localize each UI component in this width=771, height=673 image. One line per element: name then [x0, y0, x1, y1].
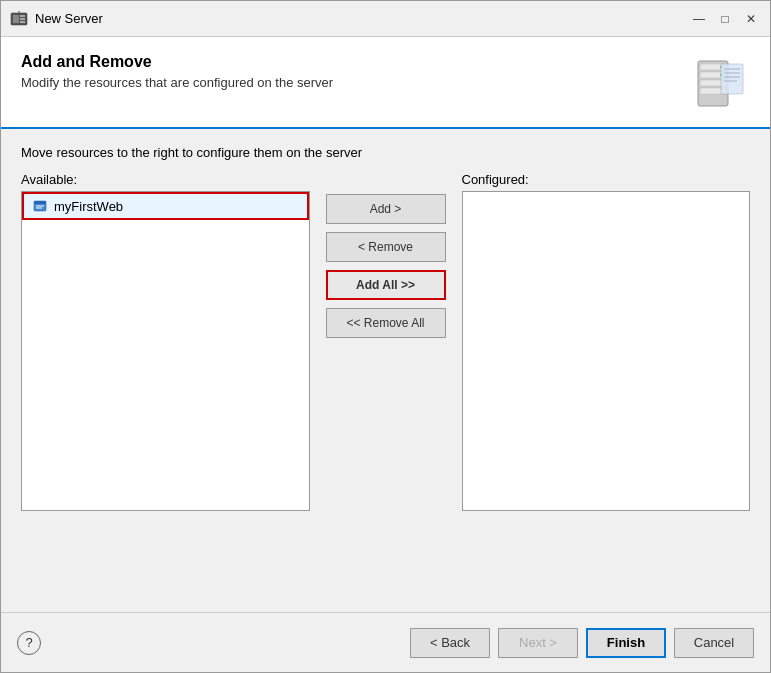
back-button[interactable]: < Back — [410, 628, 490, 658]
svg-point-5 — [18, 11, 20, 13]
header-subtitle: Modify the resources that are configured… — [21, 75, 690, 90]
remove-button[interactable]: < Remove — [326, 232, 446, 262]
available-panel: Available: myFirstWeb — [21, 172, 310, 511]
configured-panel: Configured: — [462, 172, 751, 511]
footer: ? < Back Next > Finish Cancel — [1, 612, 770, 672]
help-button[interactable]: ? — [17, 631, 41, 655]
svg-rect-1 — [13, 15, 19, 23]
cancel-button[interactable]: Cancel — [674, 628, 754, 658]
minimize-button[interactable]: — — [688, 8, 710, 30]
header-section: Add and Remove Modify the resources that… — [1, 37, 770, 129]
server-graphic-icon — [690, 53, 750, 113]
svg-rect-2 — [20, 15, 25, 17]
header-title: Add and Remove — [21, 53, 690, 71]
title-bar: New Server — □ ✕ — [1, 1, 770, 37]
footer-left: ? — [17, 631, 410, 655]
configured-list[interactable] — [462, 191, 751, 511]
finish-button[interactable]: Finish — [586, 628, 666, 658]
maximize-button[interactable]: □ — [714, 8, 736, 30]
available-list[interactable]: myFirstWeb — [21, 191, 310, 511]
add-button[interactable]: Add > — [326, 194, 446, 224]
available-item-myFirstWeb[interactable]: myFirstWeb — [22, 192, 309, 220]
dialog-icon — [9, 9, 29, 29]
next-button[interactable]: Next > — [498, 628, 578, 658]
middle-buttons: Add > < Remove Add All >> << Remove All — [310, 194, 462, 338]
available-label: Available: — [21, 172, 310, 187]
available-item-label: myFirstWeb — [54, 199, 123, 214]
add-all-button[interactable]: Add All >> — [326, 270, 446, 300]
svg-rect-4 — [20, 21, 25, 23]
dialog-title: New Server — [35, 11, 688, 26]
dialog: New Server — □ ✕ Add and Remove Modify t… — [0, 0, 771, 673]
svg-rect-19 — [34, 201, 46, 204]
configured-label: Configured: — [462, 172, 751, 187]
resources-layout: Available: myFirstWeb — [21, 172, 750, 596]
web-page-icon — [32, 198, 48, 214]
remove-all-button[interactable]: << Remove All — [326, 308, 446, 338]
header-text: Add and Remove Modify the resources that… — [21, 53, 690, 90]
svg-rect-3 — [20, 18, 25, 20]
title-bar-controls: — □ ✕ — [688, 8, 762, 30]
footer-buttons: < Back Next > Finish Cancel — [410, 628, 754, 658]
content-section: Move resources to the right to configure… — [1, 129, 770, 612]
close-button[interactable]: ✕ — [740, 8, 762, 30]
content-description: Move resources to the right to configure… — [21, 145, 750, 160]
